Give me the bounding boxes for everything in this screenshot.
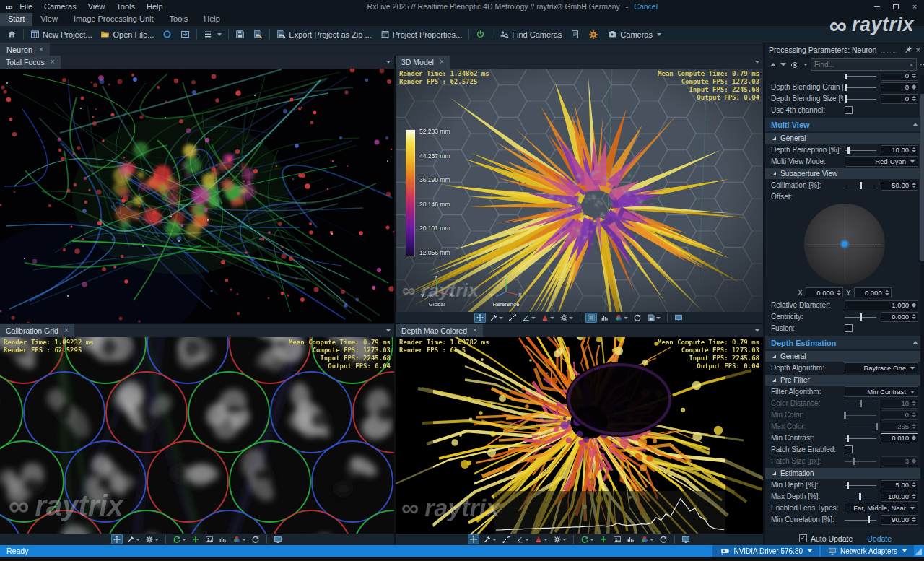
depth-blending-grain-spinbox[interactable]: 0	[881, 82, 918, 92]
menu-file[interactable]: File	[19, 2, 32, 11]
home-button[interactable]	[3, 28, 21, 40]
slider-handle[interactable]	[868, 516, 870, 523]
menu-tools[interactable]: Tools	[116, 2, 135, 11]
add-item-button[interactable]	[190, 534, 201, 544]
spin-down-icon[interactable]	[912, 415, 916, 417]
spin-down-icon[interactable]	[912, 438, 916, 440]
spin-up-icon[interactable]	[912, 435, 916, 438]
power-button[interactable]	[471, 28, 489, 40]
spin-up-icon[interactable]	[837, 290, 841, 292]
close-button[interactable]: ×	[905, 0, 924, 13]
slider-handle[interactable]	[844, 412, 846, 419]
spin-up-icon[interactable]	[912, 494, 916, 496]
menu-help[interactable]: Help	[147, 2, 163, 11]
depth-blending-size-spinbox[interactable]: 0	[881, 94, 918, 104]
slider-handle[interactable]	[859, 493, 861, 500]
view-settings-button[interactable]	[144, 534, 160, 544]
spin-down-icon[interactable]	[912, 150, 916, 152]
auto-update-checkbox[interactable]: ✓	[799, 534, 807, 542]
depth-blending-grain-slider[interactable]	[845, 83, 876, 92]
open-file-button[interactable]: Open File...	[96, 28, 158, 40]
slider-handle[interactable]	[860, 313, 862, 321]
spin-up-icon[interactable]	[912, 412, 916, 414]
clipped-param-spinbox[interactable]: 0	[881, 74, 918, 81]
depth-perception-slider[interactable]	[845, 146, 876, 155]
color-mode-button[interactable]	[231, 534, 248, 544]
close-tab-icon[interactable]: ×	[473, 327, 477, 334]
histogram-view-button[interactable]	[625, 534, 637, 544]
spin-down-icon[interactable]	[912, 497, 916, 499]
min-correlation-spinbox[interactable]: 90.00	[881, 515, 918, 525]
ribbon-tab-start[interactable]: Start	[0, 13, 32, 26]
calibration-canvas[interactable]: Render Time: 1.09232 msRender FPS : 62.5…	[0, 337, 394, 534]
depth-estimation-general-group-header[interactable]: General	[765, 351, 924, 362]
ribbon-tab-image-processing-unit[interactable]: Image Processing Unit	[66, 13, 162, 26]
relative-diameter-spinbox[interactable]: 1.000	[845, 300, 918, 310]
max-color-spinbox[interactable]: 255	[881, 422, 918, 432]
max-depth-spinbox[interactable]: 100.00	[881, 492, 918, 502]
image-view-button[interactable]	[204, 534, 215, 544]
min-color-spinbox[interactable]: 0	[881, 410, 918, 420]
color-distance-slider[interactable]	[845, 399, 876, 408]
settings-button[interactable]	[584, 28, 603, 41]
image-view-button[interactable]	[611, 534, 623, 544]
min-contrast-spinbox[interactable]: 0.010	[881, 433, 918, 443]
slider-handle[interactable]	[847, 482, 849, 489]
nvidia-driver-button[interactable]: NVIDIA Driver 576.80	[712, 545, 819, 557]
collimation-slider[interactable]	[845, 181, 876, 190]
scrollbar-thumb[interactable]	[920, 94, 924, 261]
patch-size-spinbox[interactable]: 3	[881, 456, 918, 466]
measure-line-tool-button[interactable]	[500, 534, 512, 544]
min-depth-spinbox[interactable]: 5.00	[881, 480, 918, 490]
3d-model-canvas[interactable]: Render Time: 1.34862 msRender FPS : 62.5…	[396, 69, 763, 312]
spin-down-icon[interactable]	[912, 76, 916, 78]
min-contrast-slider[interactable]	[845, 434, 876, 443]
slider-handle[interactable]	[845, 95, 847, 103]
color-mode-button[interactable]	[613, 313, 629, 323]
slider-handle[interactable]	[845, 74, 847, 79]
pan-tool-button[interactable]	[111, 534, 123, 544]
depth-map-canvas[interactable]: Render Time: 1.69782 msRender FPS : 61.5…	[396, 337, 763, 534]
close-tab-icon[interactable]: ×	[440, 58, 444, 66]
filter-cone-tool-button[interactable]	[539, 313, 556, 323]
fusion-checkbox[interactable]	[845, 324, 853, 332]
spin-down-icon[interactable]	[912, 305, 916, 308]
menu-view[interactable]: View	[88, 2, 105, 11]
menu-cameras[interactable]: Cameras	[44, 2, 77, 11]
maximize-button[interactable]	[886, 0, 905, 13]
spin-up-icon[interactable]	[912, 482, 916, 484]
slider-handle[interactable]	[860, 182, 862, 189]
max-depth-slider[interactable]	[845, 492, 876, 501]
enabled-lens-types-combo[interactable]: Far, Middle, Near	[845, 503, 918, 513]
subaperture-view-group-header[interactable]: Subaperture View	[765, 168, 924, 179]
offset-y-spinbox[interactable]: 0.000	[854, 287, 892, 297]
pin-button[interactable]	[905, 45, 912, 53]
minimize-button[interactable]	[868, 0, 886, 13]
depth-blending-size-slider[interactable]	[845, 95, 876, 103]
tab-total-focus[interactable]: Total Focus ×	[0, 56, 61, 69]
close-panel-button[interactable]: ×	[916, 45, 920, 54]
import-project-button[interactable]	[176, 28, 194, 40]
ribbon-tab-tools[interactable]: Tools	[162, 13, 196, 26]
more-options-button[interactable]: ⋯	[920, 60, 924, 69]
close-tab-icon[interactable]: ×	[51, 58, 55, 66]
view-layout-button[interactable]	[199, 28, 226, 40]
centricity-spinbox[interactable]: 0.000	[881, 312, 918, 322]
patch-size-slider[interactable]	[845, 457, 876, 466]
rotate-view-button[interactable]	[579, 534, 596, 544]
measure-angle-tool-button[interactable]	[514, 534, 531, 544]
report-button[interactable]	[566, 28, 584, 40]
refresh-view-button[interactable]	[658, 534, 669, 544]
document-tab-neuron[interactable]: Neuron ×	[0, 43, 50, 56]
export-zip-button[interactable]: Export Project as Zip ...	[272, 28, 375, 40]
spin-down-icon[interactable]	[912, 87, 916, 90]
spin-up-icon[interactable]	[912, 84, 916, 87]
measure-angle-tool-button[interactable]	[520, 313, 537, 323]
spin-up-icon[interactable]	[885, 290, 889, 292]
update-button[interactable]: Update	[867, 534, 892, 543]
total-focus-canvas[interactable]	[0, 69, 394, 323]
ribbon-tab-view[interactable]: View	[32, 13, 66, 26]
add-item-button[interactable]	[598, 534, 609, 544]
measure-line-tool-button[interactable]	[507, 313, 518, 323]
tab-overflow-button[interactable]	[755, 61, 759, 64]
